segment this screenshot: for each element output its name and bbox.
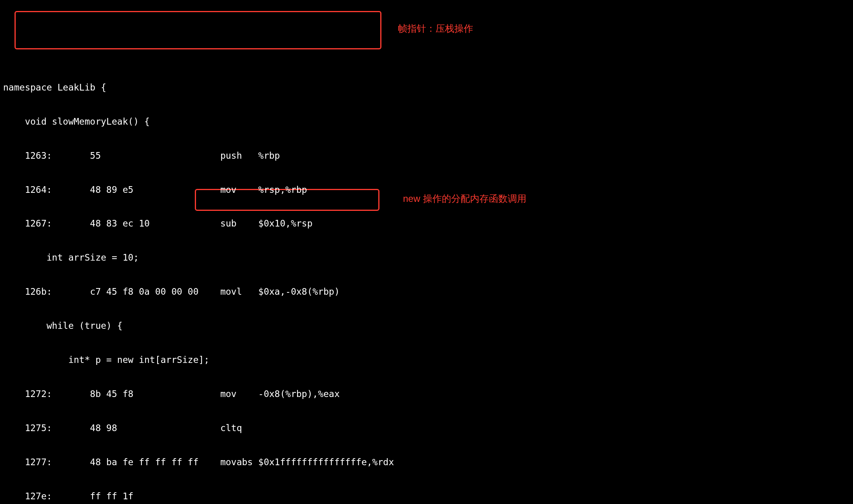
code-line: 1267: 48 83 ec 10 sub $0x10,%rsp: [3, 218, 853, 229]
code-line: 1272: 8b 45 f8 mov -0x8(%rbp),%eax: [3, 388, 853, 400]
code-line: namespace LeakLib {: [3, 82, 853, 93]
code-line: 1263: 55 push %rbp: [3, 150, 853, 161]
code-line: 127e: ff ff 1f: [3, 491, 853, 502]
disassembly-viewport: 帧指针：压栈操作 new 操作的分配内存函数调用 namespace LeakL…: [0, 0, 853, 504]
code-line: 1277: 48 ba fe ff ff ff ff movabs $0x1ff…: [3, 457, 853, 468]
code-line: while (true) {: [3, 320, 853, 332]
code-line: int* p = new int[arrSize];: [3, 354, 853, 366]
code-line: void slowMemoryLeak() {: [3, 116, 853, 127]
code-line: 126b: c7 45 f8 0a 00 00 00 movl $0xa,-0x…: [3, 286, 853, 297]
code-line: int arrSize = 10;: [3, 252, 853, 263]
highlight-box-prologue: [15, 11, 381, 49]
annotation-new-call: new 操作的分配内存函数调用: [403, 193, 526, 205]
code-line: 1275: 48 98 cltq: [3, 422, 853, 434]
annotation-frame-pointer: 帧指针：压栈操作: [398, 23, 473, 34]
